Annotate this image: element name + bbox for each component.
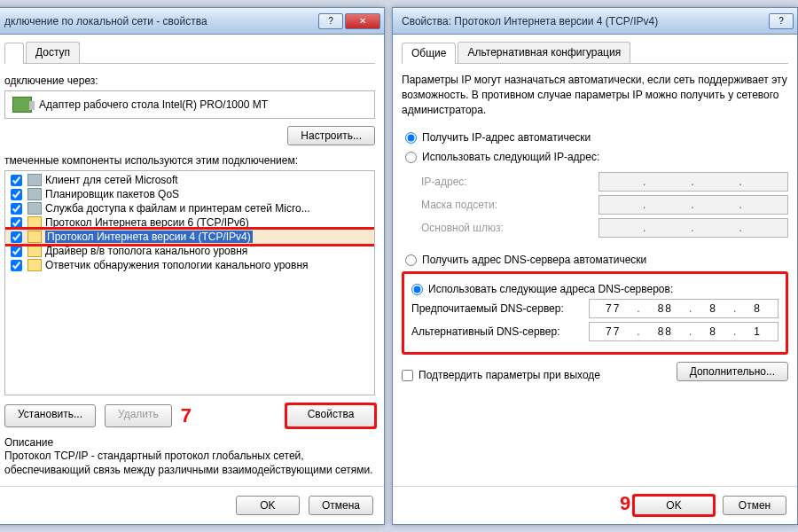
ipv4-icon (27, 231, 42, 243)
tabs-left: Доступ (4, 42, 375, 64)
help-button[interactable]: ? (769, 13, 794, 29)
footer-left: OK Отмена (0, 486, 384, 524)
validate-checkbox[interactable] (402, 370, 413, 381)
preferred-dns-field[interactable]: 77.88.8.8 (589, 299, 778, 318)
alternate-dns-field[interactable]: 77.88.8.1 (589, 322, 778, 341)
install-button[interactable]: Установить... (4, 404, 96, 427)
validate-checkbox-row[interactable]: Подтвердить параметры при выходе (402, 369, 600, 381)
item-checkbox[interactable] (11, 189, 22, 200)
item-checkbox[interactable] (11, 175, 22, 186)
gateway-field: ... (598, 218, 788, 238)
item-checkbox[interactable] (11, 217, 22, 229)
alternate-dns-label: Альтернативный DNS-сервер: (411, 325, 580, 338)
description-text: Протокол TCP/IP - стандартный протокол г… (4, 449, 375, 477)
item-checkbox[interactable] (11, 246, 22, 257)
tab-access[interactable]: Доступ (26, 42, 80, 63)
cancel-button[interactable]: Отмен (723, 496, 786, 515)
list-buttons: Установить... Удалить 7 Свойства (4, 404, 375, 427)
radio-input[interactable] (411, 284, 423, 295)
list-item: Ответчик обнаружения топологии канальног… (5, 258, 374, 272)
list-item: Драйвер в/в тополога канального уровня (5, 244, 374, 258)
advanced-button[interactable]: Дополнительно... (677, 362, 788, 381)
ip-manual-radio[interactable]: Использовать следующий IP-адрес: (405, 151, 788, 163)
info-text: Параметры IP могут назначаться автоматич… (402, 73, 788, 117)
ipv4-properties-window: Свойства: Протокол Интернета версии 4 (T… (392, 7, 798, 525)
item-checkbox[interactable] (11, 231, 22, 243)
list-item: Служба доступа к файлам и принтерам сете… (5, 201, 374, 215)
configure-button[interactable]: Настроить... (287, 126, 375, 145)
remove-button: Удалить (105, 404, 172, 427)
ip-address-label: IP-адрес: (421, 176, 590, 188)
lan-properties-window: дключение по локальной сети - свойства ?… (0, 7, 385, 525)
properties-button[interactable]: Свойства (286, 404, 375, 427)
lltd-driver-icon (27, 245, 42, 257)
titlebar-left: дключение по локальной сети - свойства ?… (0, 8, 384, 35)
dns-manual-radio[interactable]: Использовать следующие адреса DNS-сервер… (411, 283, 778, 295)
radio-input[interactable] (405, 132, 417, 144)
gateway-label: Основной шлюз: (421, 222, 590, 234)
subnet-mask-label: Маска подсети: (421, 199, 590, 211)
annotation-9: 9 (620, 492, 630, 515)
cancel-button[interactable]: Отмена (309, 496, 373, 515)
tabs-right: Общие Альтернативная конфигурация (402, 42, 788, 64)
ipv6-icon (27, 216, 42, 229)
tab-network[interactable] (4, 43, 24, 64)
client-icon (27, 174, 42, 186)
ok-button[interactable]: OK (236, 496, 300, 515)
radio-input[interactable] (405, 254, 417, 266)
adapter-field: Адаптер рабочего стола Intel(R) PRO/1000… (4, 90, 375, 119)
ok-button[interactable]: OK (634, 496, 714, 515)
window-title: дключение по локальной сети - свойства (4, 15, 317, 27)
window-title: Свойства: Протокол Интернета версии 4 (T… (402, 15, 767, 27)
components-list[interactable]: Клиент для сетей Microsoft Планировщик п… (4, 170, 375, 395)
item-checkbox[interactable] (11, 260, 22, 271)
description-heading: Описание (4, 436, 375, 449)
list-item: Протокол Интернета версии 6 (TCP/IPv6) (5, 215, 374, 230)
qos-icon (27, 188, 42, 200)
subnet-mask-field: ... (598, 195, 788, 215)
footer-right: 9 OK Отмен (393, 486, 797, 524)
titlebar-right: Свойства: Протокол Интернета версии 4 (T… (393, 8, 797, 35)
dns-auto-radio[interactable]: Получить адрес DNS-сервера автоматически (405, 254, 788, 266)
list-item: Клиент для сетей Microsoft (5, 173, 374, 187)
radio-input[interactable] (405, 152, 417, 163)
lltd-responder-icon (27, 259, 42, 271)
preferred-dns-label: Предпочитаемый DNS-сервер: (411, 302, 580, 315)
ip-address-field: ... (598, 172, 788, 192)
components-label: тмеченные компоненты используются этим п… (4, 154, 375, 167)
dns-manual-group: Использовать следующие адреса DNS-сервер… (402, 271, 788, 355)
item-checkbox[interactable] (11, 203, 22, 215)
close-button[interactable]: ✕ (345, 13, 380, 29)
ip-auto-radio[interactable]: Получить IP-адрес автоматически (405, 131, 788, 144)
list-item-ipv4[interactable]: Протокол Интернета версии 4 (TCP/IPv4) (5, 230, 374, 244)
tab-altconfig[interactable]: Альтернативная конфигурация (458, 42, 630, 63)
connect-via-label: одключение через: (4, 74, 375, 87)
fileshare-icon (27, 202, 42, 215)
adapter-name: Адаптер рабочего стола Intel(R) PRO/1000… (39, 98, 268, 111)
help-button[interactable]: ? (318, 13, 343, 29)
annotation-7: 7 (181, 404, 192, 427)
nic-icon (12, 97, 32, 113)
list-item: Планировщик пакетов QoS (5, 187, 374, 201)
tab-general[interactable]: Общие (402, 43, 456, 64)
